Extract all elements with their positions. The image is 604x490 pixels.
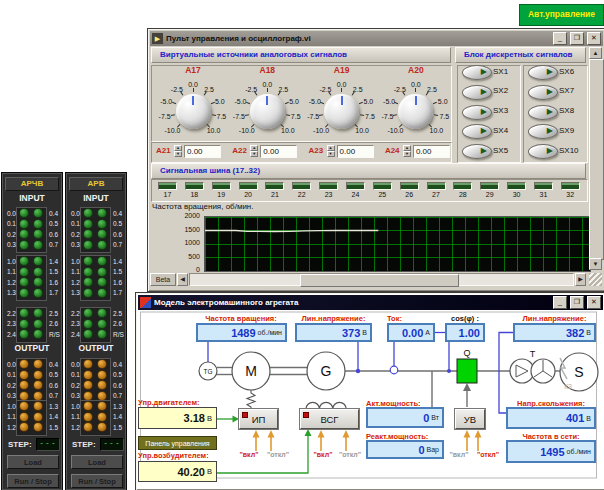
switch-arrow-icon: ▶	[547, 87, 553, 96]
led-row-label: 1.0	[68, 403, 80, 410]
io-led	[84, 309, 92, 317]
led-row-label: 1.1	[4, 268, 16, 275]
scroll-right-icon[interactable]: ▶	[575, 273, 586, 286]
active-power-unit: Вт	[431, 414, 439, 421]
io-led	[34, 278, 42, 286]
v-scroll-down-icon[interactable]: ▼	[589, 258, 602, 270]
io-led	[84, 230, 92, 238]
spinner-down-icon[interactable]: ▼	[174, 151, 182, 157]
osc-titlebar[interactable]: ▶ Пульт управления и осциллограф.vi _ ❐ …	[150, 31, 603, 46]
field-coil-icon	[306, 402, 346, 409]
waveform-line	[205, 217, 590, 271]
load-button[interactable]: Load	[7, 455, 59, 469]
io-led	[98, 413, 106, 421]
vsg-label: ВСГ	[320, 414, 338, 425]
switch-sx7[interactable]: ▶	[528, 85, 558, 100]
switch-sx6[interactable]: ▶	[528, 65, 558, 80]
knob-tick	[393, 114, 397, 116]
switch-sx10[interactable]: ▶	[528, 144, 558, 159]
switch-arrow-icon: ▶	[481, 146, 487, 155]
io-led	[20, 278, 28, 286]
run-stop-button[interactable]: Run / Stop	[71, 474, 123, 488]
led-row-label: 2.4	[68, 331, 80, 338]
osc-window-title: Пульт управления и осциллограф.vi	[166, 34, 550, 43]
knob-tick	[203, 92, 206, 96]
svg-text:Q: Q	[463, 348, 470, 358]
v-scroll-up-icon[interactable]: ▲	[589, 47, 602, 59]
uv-on-label: "вкл"	[446, 451, 472, 458]
knob-scale-label: -10.0	[239, 127, 255, 134]
led-row-label: 0.1	[68, 371, 80, 378]
knob-label: A18	[230, 65, 304, 75]
led-row-label: 2.2	[68, 310, 80, 317]
led-row-label: 2.2	[4, 310, 16, 317]
run-stop-button[interactable]: Run / Stop	[7, 474, 59, 488]
screen: Авт.управление ▶ Пульт управления и осци…	[0, 0, 604, 490]
h-scrollbar-thumb[interactable]	[300, 274, 459, 287]
knob-scale-label: 7.5	[365, 113, 375, 120]
resize-grip[interactable]	[589, 273, 602, 286]
numeric-input-a22[interactable]: 0.00	[260, 145, 297, 158]
exciter-control-indicator: 40.20 В	[138, 461, 217, 482]
io-led	[34, 360, 42, 368]
io-led	[98, 209, 106, 217]
beta-tab[interactable]: Beta	[150, 273, 176, 286]
switch-sx2[interactable]: ▶	[462, 85, 492, 100]
scroll-left-icon[interactable]: ◀	[177, 273, 188, 286]
spinner-down-icon[interactable]: ▼	[250, 151, 258, 157]
led-row-label: 1.2	[68, 424, 80, 431]
switch-arrow-icon: ▶	[547, 67, 553, 76]
numeric-input-a23[interactable]: 0.00	[337, 145, 374, 158]
chart-y-tick: 0	[176, 266, 200, 273]
switch-sx8[interactable]: ▶	[528, 105, 558, 120]
bus-channel-19: 19	[211, 191, 232, 198]
load-button[interactable]: Load	[71, 455, 123, 469]
minimize-button[interactable]: _	[553, 32, 567, 45]
io-led	[84, 392, 92, 400]
uv-off-label: "откл"	[472, 451, 504, 458]
io-led	[20, 320, 28, 328]
io-led	[98, 392, 106, 400]
switch-label-sx8: SX8	[559, 106, 574, 115]
led-row-label: 1.5	[113, 424, 127, 431]
io-led	[98, 220, 106, 228]
v-scrollbar-thumb[interactable]	[589, 59, 604, 260]
switch-arrow-icon: ▶	[547, 126, 553, 135]
auto-control-button[interactable]: Авт.управление	[519, 4, 604, 26]
led-row-label: 2.3	[4, 320, 16, 327]
spinner-a22[interactable]: ▲▼	[250, 145, 258, 158]
numeric-input-a24[interactable]: 0.00	[413, 145, 450, 158]
switch-sx1[interactable]: ▶	[462, 65, 492, 80]
knob-tick	[403, 92, 406, 96]
h-scrollbar-track[interactable]	[189, 273, 574, 286]
led-row-label: 0.4	[113, 210, 127, 217]
knob-scale-label: 5.0	[438, 97, 448, 104]
spinner-a21[interactable]: ▲▼	[174, 145, 182, 158]
led-row-label: 1.2	[4, 279, 16, 286]
bus-channel-29: 29	[479, 191, 500, 198]
svg-text:КЗ: КЗ	[564, 383, 572, 390]
switch-sx5[interactable]: ▶	[462, 144, 492, 159]
switch-sx3[interactable]: ▶	[462, 105, 492, 120]
spinner-a23[interactable]: ▲▼	[327, 145, 335, 158]
io-led	[20, 392, 28, 400]
knob-tick	[434, 114, 438, 116]
spinner-a24[interactable]: ▲▼	[403, 145, 411, 158]
led-row-label: 1.3	[49, 403, 63, 410]
led-row-label: 2.5	[113, 310, 127, 317]
maximize-button[interactable]: ❐	[570, 32, 584, 45]
plc-panel-2: АРВINPUT0.00.40.10.50.20.60.30.71.01.41.…	[66, 173, 126, 490]
io-led	[84, 278, 92, 286]
spinner-down-icon[interactable]: ▼	[327, 151, 335, 157]
close-button[interactable]: ✕	[587, 32, 601, 45]
bus-led-17	[158, 182, 177, 190]
output-section-label: OUTPUT	[67, 343, 125, 353]
junction-dot	[447, 369, 451, 373]
junction-dot	[356, 369, 360, 373]
led-row-label: 0.5	[113, 220, 127, 227]
block-uv: УВ	[455, 409, 485, 429]
spinner-down-icon[interactable]: ▼	[403, 151, 411, 157]
io-led	[98, 230, 106, 238]
numeric-input-a21[interactable]: 0.00	[184, 145, 221, 158]
io-led	[20, 209, 28, 217]
